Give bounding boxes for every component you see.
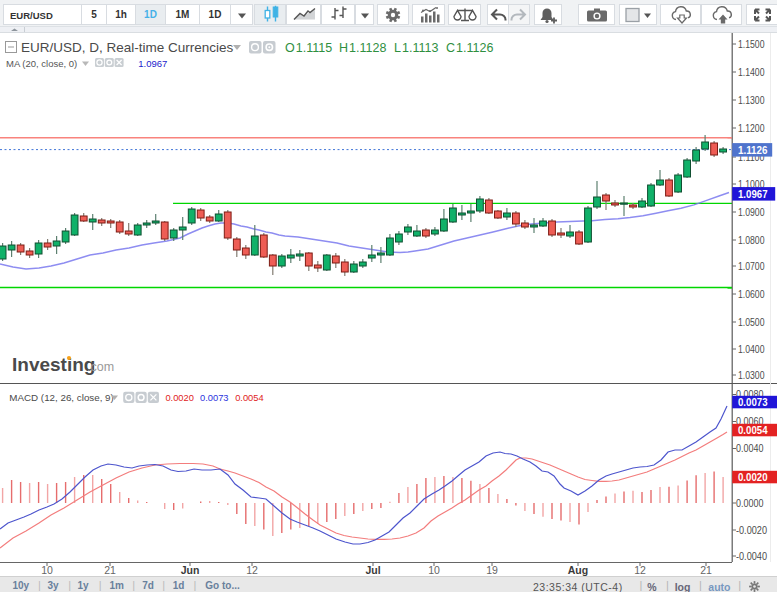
svg-text:1.1500: 1.1500 [738,38,765,50]
svg-text:1.0300: 1.0300 [738,369,765,381]
svg-text:-0.0040: -0.0040 [736,550,767,562]
svg-text:21: 21 [104,564,116,576]
svg-text:12: 12 [246,564,258,576]
svg-text:1.0600: 1.0600 [738,288,765,300]
svg-text:.com: .com [87,360,114,374]
svg-text:0.0020: 0.0020 [165,393,193,403]
svg-text:0.0054: 0.0054 [235,393,263,403]
svg-text:Aug: Aug [568,564,588,576]
svg-text:19: 19 [486,564,498,576]
svg-text:1.0700: 1.0700 [738,260,765,272]
svg-text:0.0040: 0.0040 [736,442,764,454]
svg-text:21: 21 [700,564,712,576]
svg-text:1.0967: 1.0967 [138,58,167,69]
svg-text:1.0900: 1.0900 [738,206,765,218]
svg-text:1.1300: 1.1300 [738,94,765,106]
svg-text:Jul: Jul [365,564,380,576]
svg-text:Jun: Jun [181,564,200,576]
svg-text:1.0800: 1.0800 [738,234,765,246]
svg-text:C1.1126: C1.1126 [446,41,493,55]
svg-text:12: 12 [634,564,646,576]
svg-text:EUR/USD, D, Real-time Currenci: EUR/USD, D, Real-time Currencies [21,40,234,55]
svg-text:0.0054: 0.0054 [738,424,768,436]
svg-text:0.0000: 0.0000 [736,497,764,509]
svg-text:0.0073: 0.0073 [200,393,228,403]
svg-text:1.1400: 1.1400 [738,66,765,78]
svg-text:1.0400: 1.0400 [738,343,765,355]
svg-text:10: 10 [428,564,440,576]
svg-text:MA (20, close, 0): MA (20, close, 0) [6,58,77,69]
svg-text:1.0500: 1.0500 [738,316,765,328]
svg-text:1.1200: 1.1200 [738,122,765,134]
svg-text:Investing: Investing [12,354,95,375]
svg-text:-0.0020: -0.0020 [736,524,767,536]
svg-text:L1.1113: L1.1113 [394,41,438,55]
svg-text:1.1126: 1.1126 [738,144,768,156]
svg-text:H1.1128: H1.1128 [339,41,386,55]
svg-text:MACD (12, 26, close, 9): MACD (12, 26, close, 9) [9,392,114,403]
svg-text:O1.1115: O1.1115 [285,41,332,55]
svg-text:0.0073: 0.0073 [738,396,768,408]
svg-text:10: 10 [41,564,53,576]
svg-text:0.0020: 0.0020 [738,471,768,483]
svg-text:1.0967: 1.0967 [738,188,768,200]
